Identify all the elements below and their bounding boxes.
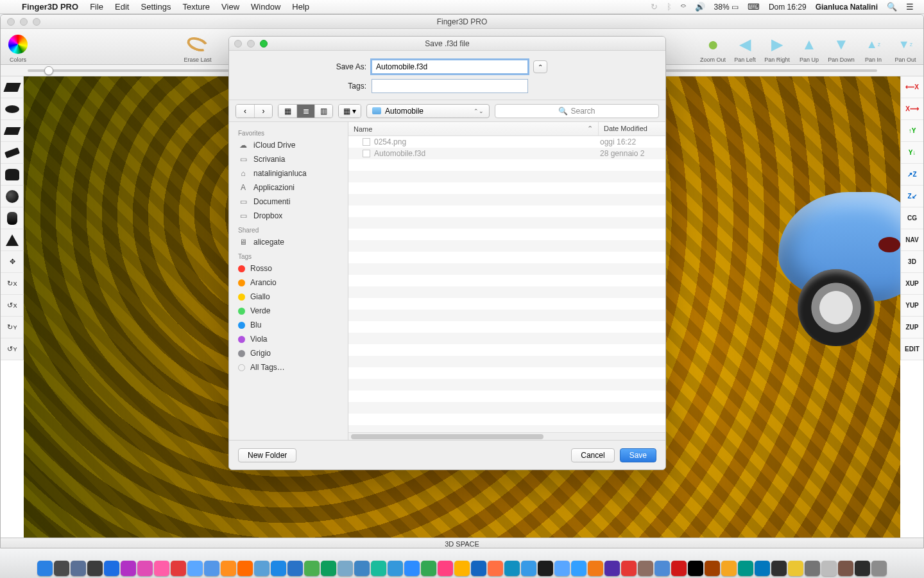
mode-zup-button[interactable]: ZUP xyxy=(901,317,923,338)
bluetooth-icon[interactable]: ᛒ xyxy=(667,2,672,12)
sidebar-tag-viola[interactable]: Viola xyxy=(229,332,348,346)
mode-xup-button[interactable]: XUP xyxy=(901,273,923,295)
dock-app-1[interactable] xyxy=(54,561,69,576)
axis-z-neg-button[interactable]: ↗Z xyxy=(901,164,923,186)
sidebar-item-alicegate[interactable]: 🖥alicegate xyxy=(229,235,348,249)
menu-edit[interactable]: Edit xyxy=(115,2,129,12)
tags-input[interactable] xyxy=(372,79,528,93)
dock-app-47[interactable] xyxy=(821,561,837,576)
dock-app-2[interactable] xyxy=(71,561,86,576)
nav-forward-button[interactable]: › xyxy=(254,105,272,118)
dock-app-27[interactable] xyxy=(488,561,503,576)
dock-app-48[interactable] xyxy=(838,561,853,576)
dock-app-36[interactable] xyxy=(638,561,653,576)
sidebar-item-applicazioni[interactable]: AApplicazioni xyxy=(229,180,348,195)
battery-status[interactable]: 38% ▭ xyxy=(714,3,739,12)
spotlight-icon[interactable]: 🔍 xyxy=(887,2,897,12)
dock-app-35[interactable] xyxy=(621,561,637,576)
shape-parallelogram-tool[interactable] xyxy=(1,76,24,98)
dock-app-39[interactable] xyxy=(688,561,703,576)
horizontal-scrollbar[interactable] xyxy=(348,432,665,440)
dock-app-21[interactable] xyxy=(388,561,403,576)
sidebar-tag-grigio[interactable]: Grigio xyxy=(229,346,348,360)
pan-right-button[interactable]: ▶ Pan Right xyxy=(762,30,792,63)
dialog-close-button[interactable] xyxy=(234,40,242,48)
dock-app-6[interactable] xyxy=(137,561,153,576)
shape-bar-tool[interactable] xyxy=(1,142,24,164)
dock-app-41[interactable] xyxy=(721,561,737,576)
sidebar-tag-verde[interactable]: Verde xyxy=(229,304,348,318)
sidebar-tag-all tags…[interactable]: All Tags… xyxy=(229,360,348,374)
notifications-icon[interactable]: ☰ xyxy=(906,2,914,12)
sidebar-tag-blu[interactable]: Blu xyxy=(229,318,348,332)
mode-nav-button[interactable]: NAV xyxy=(901,229,923,251)
pan-left-button[interactable]: ◀ Pan Left xyxy=(730,30,760,63)
keyboard-icon[interactable]: ⌨︎ xyxy=(748,2,760,12)
slider-knob-icon[interactable] xyxy=(44,66,53,75)
dock-app-13[interactable] xyxy=(254,561,270,576)
new-folder-button[interactable]: New Folder xyxy=(238,448,296,462)
dock-app-46[interactable] xyxy=(805,561,820,576)
colors-button[interactable]: Colors xyxy=(3,30,33,63)
axis-z-pos-button[interactable]: Z↙ xyxy=(901,186,923,207)
dock-app-33[interactable] xyxy=(588,561,603,576)
dock-app-30[interactable] xyxy=(538,561,553,576)
dock-app-20[interactable] xyxy=(371,561,386,576)
dock-app-49[interactable] xyxy=(855,561,870,576)
dialog-zoom-button[interactable] xyxy=(260,40,268,48)
sidebar-item-icloud-drive[interactable]: ☁︎iCloud Drive xyxy=(229,138,348,152)
sidebar-item-scrivania[interactable]: ▭Scrivania xyxy=(229,152,348,166)
menu-view[interactable]: View xyxy=(221,2,239,12)
clock[interactable]: Dom 16:29 xyxy=(769,3,807,12)
volume-icon[interactable]: 🔊 xyxy=(695,2,705,12)
save-as-input[interactable] xyxy=(372,60,528,74)
dock-app-0[interactable] xyxy=(37,561,53,576)
location-popup[interactable]: Automobile ⌃⌄ xyxy=(366,104,490,118)
dialog-minimize-button[interactable] xyxy=(247,40,255,48)
sidebar-item-dropbox[interactable]: ▭Dropbox xyxy=(229,209,348,223)
dock-app-10[interactable] xyxy=(204,561,219,576)
pan-up-button[interactable]: ▲ Pan Up xyxy=(794,30,825,63)
dock-app-19[interactable] xyxy=(354,561,370,576)
dock-app-26[interactable] xyxy=(471,561,486,576)
dock-app-42[interactable] xyxy=(738,561,753,576)
search-field[interactable]: 🔍 Search xyxy=(495,104,659,118)
sidebar-tag-rosso[interactable]: Rosso xyxy=(229,261,348,276)
rotate-y2-tool[interactable]: ↺Y xyxy=(1,338,24,360)
nav-back-button[interactable]: ‹ xyxy=(236,105,254,118)
menu-window[interactable]: Window xyxy=(251,2,280,12)
dock-app-24[interactable] xyxy=(438,561,453,576)
dock-app-4[interactable] xyxy=(104,561,119,576)
erase-last-button[interactable]: Erase Last xyxy=(183,30,212,63)
dock-app-28[interactable] xyxy=(504,561,520,576)
dock-app-31[interactable] xyxy=(554,561,570,576)
dock-app-29[interactable] xyxy=(521,561,536,576)
rotate-x2-tool[interactable]: ↺X xyxy=(1,295,24,317)
sidebar-tag-giallo[interactable]: Giallo xyxy=(229,290,348,304)
file-row[interactable]: Automobile.f3d28 gennaio 2 xyxy=(348,148,665,159)
axis-y-neg-button[interactable]: ↑Y xyxy=(901,120,923,142)
dock-app-12[interactable] xyxy=(237,561,253,576)
file-row[interactable]: 0254.pngoggi 16:22 xyxy=(348,136,665,148)
shape-ellipse-tool[interactable] xyxy=(1,98,24,120)
mode-3d-button[interactable]: 3D xyxy=(901,251,923,273)
shape-sphere-tool[interactable] xyxy=(1,186,24,207)
view-icons-button[interactable]: ▦ xyxy=(278,105,296,118)
sidebar-item-natalinigianluca[interactable]: ⌂natalinigianluca xyxy=(229,166,348,180)
wifi-icon[interactable]: ⌔ xyxy=(681,2,686,12)
dock-app-7[interactable] xyxy=(154,561,169,576)
shape-cylinder-tool[interactable] xyxy=(1,207,24,229)
sidebar-item-documenti[interactable]: ▭Documenti xyxy=(229,195,348,209)
cancel-button[interactable]: Cancel xyxy=(571,448,614,462)
minimize-window-button[interactable] xyxy=(20,18,28,26)
pan-out-button[interactable]: ▼z Pan Out xyxy=(890,30,921,63)
view-columns-button[interactable]: ▥ xyxy=(314,105,332,118)
view-list-button[interactable]: ≣ xyxy=(296,105,314,118)
dock-app-34[interactable] xyxy=(604,561,620,576)
axis-y-pos-button[interactable]: Y↓ xyxy=(901,142,923,164)
close-window-button[interactable] xyxy=(7,18,15,26)
app-menu[interactable]: Finger3D PRO xyxy=(22,2,78,12)
save-button[interactable]: Save xyxy=(620,448,656,462)
shape-curved-tool[interactable] xyxy=(1,164,24,186)
dock-app-5[interactable] xyxy=(121,561,136,576)
